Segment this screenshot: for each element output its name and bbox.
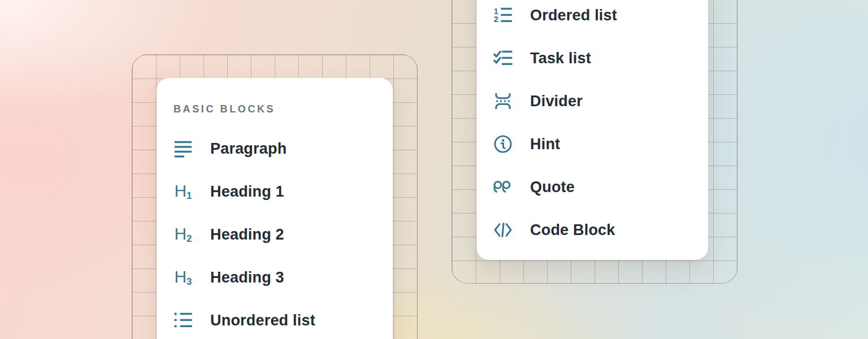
menu-item-label: Quote	[530, 179, 575, 196]
menu-item-hint[interactable]: Hint	[476, 123, 708, 166]
menu-item-code-block[interactable]: Code Block	[476, 208, 708, 251]
menu-item-paragraph[interactable]: Paragraph	[157, 127, 393, 170]
menu-item-label: Ordered list	[530, 7, 617, 24]
menu-item-divider[interactable]: Divider	[476, 80, 708, 123]
menu-item-label: Heading 3	[210, 269, 284, 286]
unordered-list-icon	[173, 311, 193, 330]
h3-icon: H3	[173, 268, 193, 287]
menu-item-label: Code Block	[530, 221, 615, 239]
menu-item-label: Unordered list	[210, 312, 315, 329]
h2-icon: H2	[173, 225, 193, 244]
menu-item-label: Task list	[530, 50, 591, 67]
menu-item-label: Divider	[530, 93, 583, 110]
menu-item-heading-2[interactable]: H2Heading 2	[157, 213, 393, 256]
paragraph-icon	[173, 139, 193, 158]
menu-item-unordered-list[interactable]: Unordered list	[157, 299, 393, 339]
menu-item-label: Hint	[530, 136, 560, 153]
panel-title: BASIC BLOCKS	[173, 103, 393, 115]
code-block-icon	[493, 220, 513, 240]
divider-icon	[493, 92, 513, 111]
basic-blocks-list: ParagraphH1Heading 1H2Heading 2H3Heading…	[157, 127, 393, 339]
quote-icon	[493, 177, 513, 197]
hint-icon	[493, 134, 513, 154]
menu-item-ordered-list[interactable]: 1 2 Ordered list	[476, 0, 708, 37]
menu-item-quote[interactable]: Quote	[476, 166, 708, 208]
menu-item-label: Heading 2	[210, 226, 284, 244]
ordered-list-icon: 1 2	[493, 6, 513, 25]
svg-text:2: 2	[494, 14, 498, 24]
advanced-blocks-panel: 1 2 Ordered list Task list Divider Hint …	[476, 0, 708, 260]
h1-icon: H1	[173, 182, 193, 201]
advanced-blocks-list: 1 2 Ordered list Task list Divider Hint …	[476, 0, 708, 251]
menu-item-label: Heading 1	[210, 183, 284, 201]
menu-item-label: Paragraph	[210, 140, 287, 158]
editor-blocks-hero: { "palette": { "accent": "#35788f", "lab…	[0, 0, 868, 339]
basic-blocks-panel: BASIC BLOCKS ParagraphH1Heading 1H2Headi…	[157, 78, 393, 339]
menu-item-heading-3[interactable]: H3Heading 3	[157, 256, 393, 299]
menu-item-heading-1[interactable]: H1Heading 1	[157, 170, 393, 213]
menu-item-task-list[interactable]: Task list	[476, 37, 708, 80]
task-list-icon	[493, 49, 513, 68]
